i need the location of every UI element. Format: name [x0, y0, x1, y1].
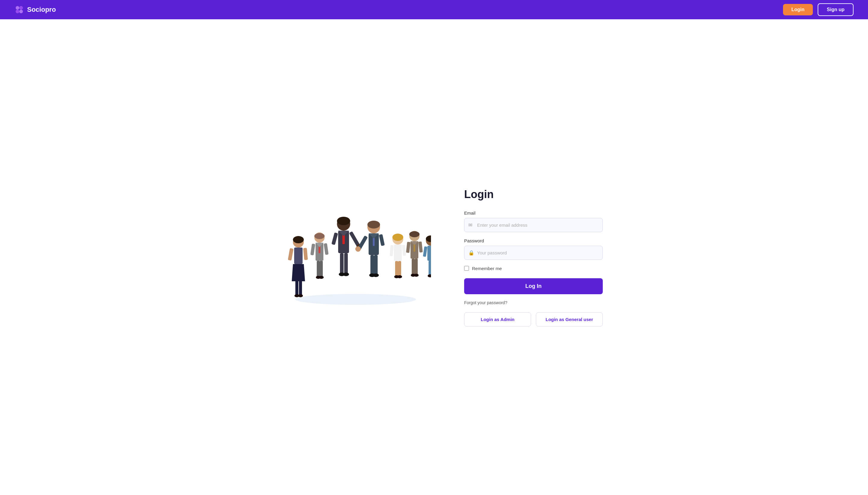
svg-point-13 — [298, 294, 303, 297]
email-form-group: Email ✉ — [464, 210, 603, 232]
svg-rect-49 — [395, 261, 398, 277]
svg-rect-64 — [418, 241, 423, 253]
general-login-button[interactable]: Login as General user — [536, 312, 603, 326]
svg-point-42 — [373, 273, 379, 277]
main-content: Login Email ✉ Password 🔒 Remember me Log… — [0, 19, 868, 495]
password-label: Password — [464, 238, 603, 243]
svg-rect-53 — [390, 245, 394, 256]
brand-logo: Sociopro — [15, 5, 56, 15]
remember-label[interactable]: Remember me — [472, 266, 502, 271]
admin-login-button[interactable]: Login as Admin — [464, 312, 531, 326]
svg-rect-76 — [423, 246, 427, 257]
email-input-wrapper: ✉ — [464, 218, 603, 232]
password-input[interactable] — [464, 246, 603, 260]
svg-rect-63 — [406, 242, 411, 253]
svg-point-21 — [319, 276, 324, 279]
email-input[interactable] — [464, 218, 603, 232]
svg-rect-19 — [320, 261, 323, 277]
left-panel — [265, 206, 446, 308]
svg-rect-40 — [374, 255, 378, 275]
navbar: Sociopro Login Sign up — [0, 0, 868, 19]
svg-point-6 — [293, 236, 304, 243]
svg-point-44 — [355, 246, 361, 252]
nav-login-button[interactable]: Login — [783, 4, 813, 15]
svg-rect-8 — [288, 248, 294, 260]
people-illustration — [280, 206, 431, 308]
password-form-group: Password 🔒 — [464, 238, 603, 260]
svg-rect-39 — [370, 255, 374, 275]
svg-rect-9 — [303, 248, 308, 260]
login-button[interactable]: Log In — [464, 278, 603, 294]
svg-rect-22 — [310, 243, 315, 255]
remember-checkbox[interactable] — [464, 266, 469, 271]
login-title: Login — [464, 188, 603, 201]
svg-rect-23 — [324, 243, 329, 255]
login-form-panel: Login Email ✉ Password 🔒 Remember me Log… — [446, 188, 603, 326]
forgot-password-text: Forgot your password? — [464, 300, 603, 305]
svg-point-1 — [19, 6, 23, 10]
svg-rect-48 — [394, 244, 402, 261]
svg-point-0 — [16, 6, 19, 10]
svg-rect-50 — [398, 261, 401, 277]
svg-rect-18 — [317, 261, 320, 277]
svg-point-47 — [393, 234, 403, 241]
svg-rect-60 — [415, 259, 418, 275]
navbar-actions: Login Sign up — [783, 3, 853, 16]
svg-point-2 — [16, 10, 19, 13]
svg-rect-54 — [402, 245, 406, 256]
brand-name: Sociopro — [27, 6, 56, 14]
svg-rect-7 — [294, 248, 302, 264]
svg-point-3 — [19, 10, 23, 13]
svg-rect-72 — [429, 261, 431, 276]
brand-icon — [15, 5, 24, 15]
password-input-wrapper: 🔒 — [464, 246, 603, 260]
svg-point-62 — [414, 274, 419, 277]
svg-point-4 — [295, 294, 416, 305]
svg-point-25 — [337, 217, 350, 225]
svg-rect-34 — [331, 233, 338, 245]
svg-point-52 — [397, 275, 402, 278]
svg-rect-45 — [379, 234, 385, 246]
email-label: Email — [464, 210, 603, 216]
svg-rect-67 — [427, 246, 431, 261]
nav-signup-button[interactable]: Sign up — [818, 3, 853, 16]
svg-point-15 — [314, 233, 325, 239]
svg-rect-10 — [295, 281, 298, 296]
svg-rect-28 — [340, 253, 344, 274]
remember-me-row: Remember me — [464, 266, 603, 271]
svg-point-31 — [343, 273, 349, 276]
svg-rect-29 — [344, 253, 348, 274]
illustration — [280, 206, 431, 308]
svg-rect-11 — [299, 281, 302, 296]
svg-point-36 — [367, 221, 380, 228]
quick-login-row: Login as Admin Login as General user — [464, 312, 603, 326]
svg-point-56 — [409, 231, 419, 237]
svg-rect-59 — [412, 259, 415, 275]
